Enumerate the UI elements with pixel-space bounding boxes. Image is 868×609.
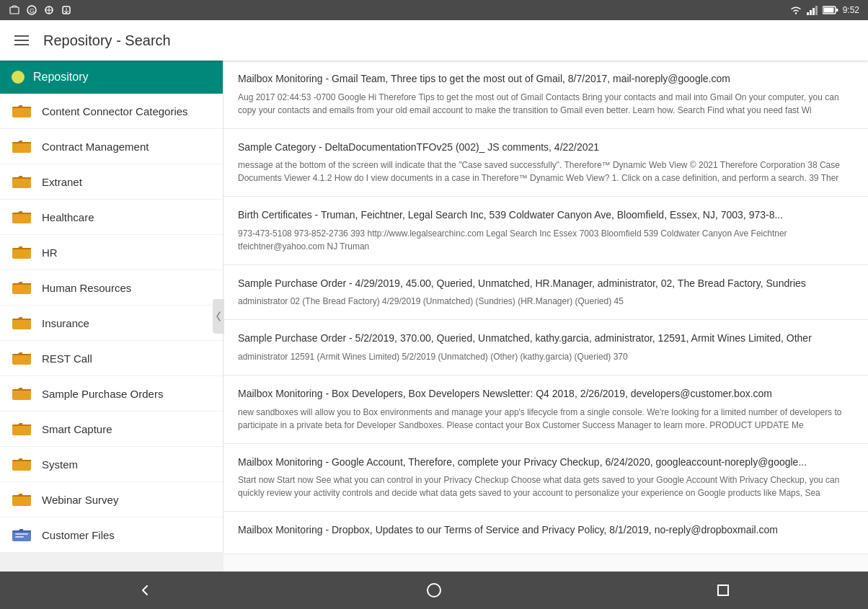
content-panel: Mailbox Monitoring - Gmail Team, Three t… [223, 61, 868, 572]
sidebar-item-hr[interactable]: HR [0, 235, 223, 270]
battery-icon [823, 6, 838, 14]
svg-rect-8 [815, 6, 818, 15]
folder-icon [12, 350, 32, 366]
sidebar-item-insurance[interactable]: Insurance [0, 306, 223, 341]
result-body: 973-473-5108 973-852-2736 393 http://www… [238, 227, 854, 253]
sidebar-item-human-resources[interactable]: Human Resources [0, 270, 223, 306]
sidebar-item-label: Human Resources [42, 282, 131, 294]
home-icon [425, 582, 443, 599]
sidebar-item-extranet[interactable]: Extranet [0, 164, 223, 200]
sidebar-item-system[interactable]: System [0, 447, 223, 482]
repo-label: Repository [33, 71, 88, 84]
g-icon: G [26, 4, 37, 16]
result-title: Sample Purchase Order - 4/29/2019, 45.00… [238, 277, 854, 291]
folder-icon [12, 456, 32, 472]
back-button[interactable] [130, 576, 159, 605]
result-item[interactable]: Mailbox Monitoring - Gmail Team, Three t… [223, 61, 868, 129]
svg-rect-23 [12, 495, 31, 506]
folder-icon [12, 103, 32, 119]
result-title: Sample Category - DeltaDocumentationTFOv… [238, 141, 854, 155]
sidebar-wrapper: Repository Content Connector CategoriesC… [0, 61, 223, 572]
sidebar-item-label: Content Connector Categories [42, 105, 188, 117]
sidebar-item-healthcare[interactable]: Healthcare [0, 200, 223, 235]
svg-rect-20 [12, 389, 31, 400]
folder-icon [12, 174, 32, 190]
notification-icon [9, 4, 20, 16]
svg-rect-5 [807, 12, 809, 15]
result-item[interactable]: Birth Certificates - Truman, Feichtner, … [223, 197, 868, 265]
sidebar-item-smart-capture[interactable]: Smart Capture [0, 412, 223, 447]
result-title: Mailbox Monitoring - Box Developers, Box… [238, 387, 854, 401]
result-title: Sample Purchase Order - 5/2/2019, 370.00… [238, 332, 854, 346]
result-item[interactable]: Sample Purchase Order - 5/2/2019, 370.00… [223, 320, 868, 375]
svg-rect-28 [718, 585, 728, 595]
home-button[interactable] [420, 576, 448, 605]
svg-rect-11 [823, 8, 833, 13]
repo-dot [12, 71, 25, 84]
result-item[interactable]: Mailbox Monitoring - Dropbox, Updates to… [223, 512, 868, 554]
time-display: 9:52 [843, 5, 859, 15]
svg-rect-12 [12, 107, 31, 117]
folder-icon [12, 280, 32, 295]
sidebar-item-rest-call[interactable]: REST Call [0, 341, 223, 376]
result-body: Aug 2017 02:44:53 -0700 Google Hi Theref… [238, 91, 854, 117]
chevron-left-icon [216, 311, 221, 322]
back-icon [136, 582, 154, 599]
sync-icon [43, 4, 55, 16]
hamburger-menu[interactable] [12, 32, 32, 48]
result-body: new sandboxes will allow you to Box envi… [238, 406, 854, 432]
svg-rect-26 [15, 536, 24, 538]
result-title: Mailbox Monitoring - Google Account, The… [238, 455, 854, 470]
svg-rect-17 [12, 283, 31, 294]
result-item[interactable]: Mailbox Monitoring - Box Developers, Box… [223, 375, 868, 444]
sidebar-item-label: Extranet [42, 176, 82, 188]
sidebar-item-webinar-survey[interactable]: Webinar Survey [0, 482, 223, 517]
svg-rect-6 [810, 10, 812, 15]
sidebar-item-contract-management[interactable]: Contract Management [0, 129, 223, 164]
folder-icon [12, 527, 32, 543]
folder-icon [12, 315, 32, 331]
main-area: Repository Content Connector CategoriesC… [0, 61, 868, 572]
svg-rect-16 [12, 248, 31, 259]
result-title: Birth Certificates - Truman, Feichtner, … [238, 208, 854, 223]
sidebar-item-customer-files[interactable]: Customer Files [0, 517, 223, 553]
signal-icon [807, 5, 818, 15]
folder-icon [12, 138, 32, 154]
svg-rect-7 [812, 8, 815, 15]
sidebar-item-label: Insurance [42, 317, 89, 329]
status-icons-left: G [9, 4, 72, 16]
svg-rect-19 [12, 354, 31, 365]
folder-icon [12, 244, 32, 260]
page-title: Repository - Search [43, 32, 171, 49]
collapse-handle[interactable] [213, 299, 224, 334]
recents-icon [714, 582, 732, 599]
folder-icon [12, 209, 32, 225]
svg-rect-15 [12, 213, 31, 223]
sidebar-items-list: Content Connector CategoriesContract Man… [0, 94, 223, 553]
result-title: Mailbox Monitoring - Gmail Team, Three t… [238, 72, 854, 86]
result-body: message at the bottom of the screen will… [238, 159, 854, 185]
sidebar-repo-header[interactable]: Repository [0, 61, 223, 94]
sidebar-item-label: REST Call [42, 352, 92, 365]
sidebar-item-label: Customer Files [42, 529, 115, 541]
sidebar-item-label: Smart Capture [42, 423, 112, 435]
svg-point-27 [428, 584, 440, 597]
sidebar-item-sample-purchase-orders[interactable]: Sample Purchase Orders [0, 376, 223, 412]
recents-button[interactable] [709, 576, 738, 605]
status-bar: G 9:52 [0, 0, 868, 20]
result-item[interactable]: Sample Category - DeltaDocumentationTFOv… [223, 129, 868, 197]
sidebar-item-content-connector-categories[interactable]: Content Connector Categories [0, 94, 223, 129]
status-icons-right: 9:52 [789, 5, 859, 15]
svg-rect-10 [836, 9, 838, 12]
svg-rect-22 [12, 460, 31, 471]
result-item[interactable]: Sample Purchase Order - 4/29/2019, 45.00… [223, 265, 868, 321]
result-body: administrator 02 (The Bread Factory) 4/2… [238, 295, 854, 308]
result-body: Start now Start now See what you can con… [238, 474, 854, 499]
sidebar-item-label: System [42, 458, 78, 471]
svg-rect-14 [12, 177, 31, 188]
svg-text:G: G [30, 7, 35, 14]
result-body: administrator 12591 (Armit Wines Limited… [238, 350, 854, 363]
result-title: Mailbox Monitoring - Dropbox, Updates to… [238, 523, 854, 538]
result-item[interactable]: Mailbox Monitoring - Google Account, The… [223, 444, 868, 512]
folder-icon [12, 492, 32, 507]
